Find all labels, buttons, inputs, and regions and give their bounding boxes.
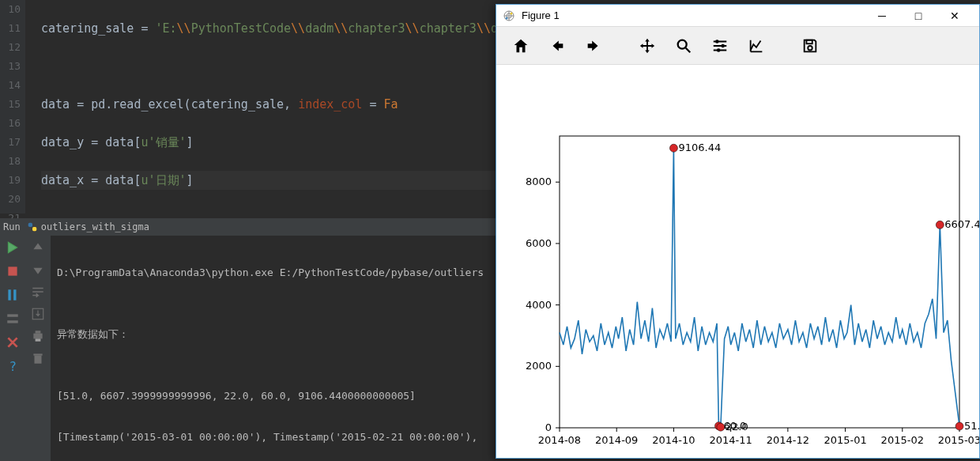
figure-title: Figure 1 [522, 9, 864, 21]
svg-text:2014-11: 2014-11 [709, 434, 752, 446]
maximize-button[interactable]: □ [900, 5, 937, 27]
svg-rect-24 [560, 136, 959, 428]
stop-button[interactable] [6, 264, 20, 278]
gutter: 10 11 12 13 14 15 16 17 18 19 20 21 [0, 0, 25, 213]
pan-button[interactable] [631, 32, 664, 60]
svg-text:8000: 8000 [526, 176, 552, 187]
svg-text:2014-08: 2014-08 [538, 434, 581, 446]
edit-axes-button[interactable] [740, 32, 773, 60]
svg-text:2014-09: 2014-09 [595, 434, 638, 446]
line-number: 12 [0, 38, 21, 57]
svg-rect-22 [806, 40, 812, 43]
help-button[interactable]: ? [6, 359, 20, 373]
home-button[interactable] [504, 32, 537, 60]
line-number: 13 [0, 57, 21, 76]
svg-text:?: ? [9, 359, 17, 373]
run-tool-window: Run outliers_with_sigma ? D:\ProgramData… [0, 218, 496, 461]
down-stack-button[interactable] [31, 263, 45, 277]
line-number: 18 [0, 152, 21, 171]
svg-rect-11 [36, 338, 41, 341]
console-line: [Timestamp('2015-03-01 00:00:00'), Times… [57, 427, 489, 448]
svg-point-51 [669, 144, 677, 152]
svg-rect-3 [8, 289, 10, 300]
pause-button[interactable] [6, 288, 20, 302]
figure-titlebar[interactable]: Figure 1 ─ □ ✕ [496, 5, 979, 27]
figure-window: Figure 1 ─ □ ✕ 020004000600080002014-082… [496, 4, 980, 459]
svg-point-59 [956, 422, 963, 430]
svg-text:2015-02: 2015-02 [881, 434, 924, 446]
python-icon [27, 221, 38, 232]
svg-rect-12 [35, 356, 42, 364]
svg-text:22.0: 22.0 [726, 421, 748, 433]
svg-text:51.0: 51.0 [964, 420, 979, 432]
line-number: 16 [0, 114, 21, 133]
close-button[interactable] [6, 335, 20, 350]
svg-text:2014-12: 2014-12 [767, 434, 809, 446]
scroll-to-end-button[interactable] [31, 307, 45, 321]
svg-rect-2 [8, 266, 17, 275]
svg-text:2014-10: 2014-10 [652, 434, 695, 446]
svg-point-17 [506, 17, 508, 19]
line-number: 15 [0, 95, 21, 114]
line-number: 14 [0, 76, 21, 95]
svg-point-23 [808, 46, 812, 51]
svg-rect-9 [33, 334, 42, 339]
clear-all-button[interactable] [31, 351, 45, 365]
svg-text:6000: 6000 [526, 237, 552, 249]
svg-point-21 [717, 48, 721, 52]
svg-point-57 [936, 221, 944, 229]
forward-button[interactable] [577, 32, 610, 60]
plot-canvas[interactable]: 020004000600080002014-082014-092014-1020… [496, 65, 979, 458]
svg-text:4000: 4000 [526, 299, 552, 311]
line-number: 20 [0, 190, 21, 209]
rerun-button[interactable] [6, 240, 20, 255]
console-line: 异常数据如下： [57, 324, 489, 345]
console-output[interactable]: D:\ProgramData\Anaconda3\python.exe E:/P… [51, 236, 496, 461]
print-button[interactable] [31, 329, 45, 343]
svg-rect-5 [7, 314, 18, 316]
run-config-name[interactable]: outliers_with_sigma [41, 221, 149, 232]
console-line: D:\ProgramData\Anaconda3\python.exe E:/P… [57, 263, 489, 283]
svg-point-18 [678, 40, 687, 48]
svg-text:0: 0 [545, 421, 552, 433]
line-number: 17 [0, 133, 21, 152]
svg-text:2015-03: 2015-03 [938, 434, 979, 446]
matplotlib-toolbar [496, 27, 979, 65]
svg-point-55 [717, 423, 725, 431]
svg-rect-10 [36, 331, 41, 333]
svg-rect-6 [7, 320, 18, 323]
minimize-button[interactable]: ─ [864, 5, 900, 27]
back-button[interactable] [541, 32, 574, 60]
svg-text:6607.4: 6607.4 [944, 218, 979, 230]
svg-rect-13 [33, 353, 42, 355]
run-tab-label[interactable]: Run [3, 221, 21, 232]
svg-point-19 [715, 40, 719, 43]
line-number: 11 [0, 19, 21, 38]
run-toolbar-left: ? [0, 236, 25, 461]
svg-text:9106.44: 9106.44 [678, 142, 721, 153]
zoom-button[interactable] [667, 32, 700, 60]
run-header: Run outliers_with_sigma [0, 218, 496, 236]
svg-point-16 [511, 12, 513, 14]
console-line: [51.0, 6607.3999999999996, 22.0, 60.0, 9… [57, 386, 489, 406]
svg-text:2015-01: 2015-01 [824, 434, 866, 446]
line-number: 10 [0, 0, 21, 19]
soft-wrap-button[interactable] [31, 285, 45, 299]
window-close-button[interactable]: ✕ [937, 5, 973, 27]
matplotlib-icon [503, 9, 515, 22]
line-number: 19 [0, 171, 21, 190]
svg-rect-4 [13, 289, 16, 300]
run-toolbar-aux [25, 236, 51, 461]
up-stack-button[interactable] [31, 240, 45, 255]
dump-threads-button[interactable] [6, 312, 20, 326]
svg-text:2000: 2000 [526, 360, 552, 372]
svg-rect-0 [28, 223, 32, 227]
save-button[interactable] [793, 32, 827, 60]
svg-point-20 [721, 43, 725, 47]
svg-rect-1 [32, 227, 36, 231]
configure-subplots-button[interactable] [703, 32, 737, 60]
